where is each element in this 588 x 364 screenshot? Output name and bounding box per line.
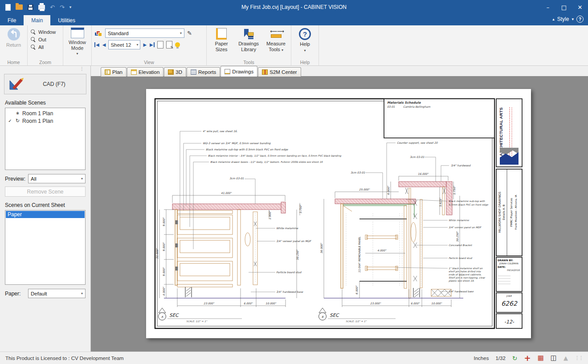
- drawings-icon: [225, 69, 230, 74]
- group-label-tools: Tools: [207, 60, 291, 65]
- svg-text:3/4" hardwood base: 3/4" hardwood base: [449, 290, 474, 293]
- open-file-icon[interactable]: [16, 4, 23, 10]
- date-label: DATE:: [498, 266, 506, 268]
- tab-plan[interactable]: Plan: [101, 67, 127, 77]
- preview-caret-icon: ▾: [81, 177, 83, 181]
- drawings-library-icon: [242, 28, 255, 40]
- first-sheet-button[interactable]: ◀: [94, 42, 99, 47]
- remove-scene-button[interactable]: Remove Scene: [5, 186, 86, 197]
- panel-grip-icon[interactable]: ⋮: [0, 66, 90, 71]
- svg-text:Particle board stud: Particle board stud: [276, 271, 302, 274]
- tab-main[interactable]: Main: [24, 15, 50, 25]
- resize-grip-icon[interactable]: ⋮⋮: [575, 356, 583, 360]
- drawing-sheet[interactable]: Materials Schedule 03-01 Cambria Belling…: [146, 89, 531, 338]
- callout: Black melamine interior - 3/4" body, 1/2…: [208, 154, 341, 158]
- tab-drawings[interactable]: Drawings: [220, 66, 257, 77]
- edit-sheet-icon[interactable]: ✎: [166, 41, 172, 49]
- snap-toggle-icon[interactable]: ↻: [512, 355, 518, 361]
- svg-text:SCALE: 1/2" = 1": SCALE: 1/2" = 1": [186, 320, 208, 323]
- callout: Black melamine drawer boxes - 1/2" body,…: [210, 161, 323, 164]
- svg-text:shelf pin holes drilled into: shelf pin holes drilled into: [449, 270, 481, 273]
- new-sheet-icon[interactable]: [157, 41, 163, 49]
- grid-toggle-icon[interactable]: ▦: [538, 355, 544, 361]
- minimize-button[interactable]: –: [540, 0, 556, 14]
- date-value: 09/14/2018: [507, 269, 520, 271]
- svg-text:Shelf pin is non-tipping, clea: Shelf pin is non-tipping, clear: [449, 276, 486, 279]
- next-sheet-button[interactable]: ▶: [143, 42, 147, 47]
- last-sheet-button[interactable]: ▶: [150, 42, 155, 47]
- svg-text:3/4" hardwood base: 3/4" hardwood base: [276, 290, 304, 293]
- scenes-on-sheet-list[interactable]: Paper: [5, 210, 86, 285]
- svg-text:6.000": 6.000": [355, 285, 358, 295]
- tab-utilities[interactable]: Utilities: [50, 15, 83, 25]
- maximize-button[interactable]: □: [556, 0, 572, 14]
- dims-b: [324, 176, 460, 298]
- paper-select[interactable]: Default ▾: [28, 289, 86, 298]
- materials-name: Cambria Bellingham: [403, 105, 430, 109]
- style-select-caret-icon: ▾: [180, 31, 182, 35]
- drawing-canvas[interactable]: Materials Schedule 03-01 Cambria Belling…: [91, 77, 588, 352]
- callout: 4" wire pull, see sheet 16.: [203, 129, 237, 133]
- svg-text:ends of adjacent cabinets.: ends of adjacent cabinets.: [449, 273, 482, 276]
- previous-sheet-button[interactable]: ◀: [102, 42, 106, 47]
- section-marker-b: B SEC SCALE: 1/2" = 1": [319, 308, 396, 323]
- scene-list-item[interactable]: ∗ Room 1 Plan: [5, 109, 85, 117]
- customize-toolbar-icon[interactable]: ▾: [69, 5, 72, 9]
- brand-logo: [500, 148, 519, 165]
- window-controls: – □ ✕: [540, 0, 588, 14]
- tab-file[interactable]: File: [0, 15, 24, 25]
- paper-sizes-button[interactable]: Paper Sizes: [209, 27, 234, 53]
- units-indicator[interactable]: Inches: [474, 356, 489, 361]
- tab-elevation[interactable]: Elevation: [127, 67, 163, 77]
- preview-select[interactable]: All ▾: [28, 174, 86, 183]
- save-icon[interactable]: [28, 4, 33, 10]
- lightbulb-icon[interactable]: [175, 42, 180, 47]
- help-button[interactable]: ? Help ▾: [296, 27, 314, 53]
- drawing-style-select[interactable]: Standard ▾: [105, 28, 184, 38]
- redo-icon[interactable]: ↷: [60, 4, 65, 11]
- svg-text:25.000": 25.000": [359, 188, 370, 191]
- style-button[interactable]: Style: [557, 16, 569, 22]
- preview-label: Preview:: [5, 176, 28, 182]
- tab-s2m-center[interactable]: S2M Center: [258, 67, 301, 77]
- tab-reports[interactable]: Reports: [187, 67, 220, 77]
- window-mode-button[interactable]: Window Mode ▾: [66, 27, 89, 56]
- scene-list-item[interactable]: ✓ ↻ Room 1 Plan: [5, 117, 85, 125]
- pane-toggle-icon[interactable]: ◫: [551, 355, 557, 361]
- print-icon[interactable]: [38, 5, 45, 10]
- svg-text:Black melamine sub-top with: Black melamine sub-top with: [449, 200, 485, 203]
- svg-text:36.000": 36.000": [320, 243, 323, 254]
- svg-text:6.000": 6.000": [411, 302, 420, 305]
- dims-right: [269, 203, 300, 298]
- client-location: Frank Meadows - Altoona, IA: [514, 195, 517, 230]
- snap-increment[interactable]: 1/32: [495, 356, 505, 361]
- return-button[interactable]: Return: [4, 27, 24, 49]
- close-button[interactable]: ✕: [572, 0, 588, 14]
- undo-icon[interactable]: ↶: [50, 4, 55, 11]
- style-caret-icon[interactable]: ▾: [572, 17, 574, 21]
- svg-text:0.5mm black PVC on front edge: 0.5mm black PVC on front edge: [449, 203, 488, 206]
- edit-style-icon[interactable]: ✎: [187, 30, 192, 36]
- zoom-window-button[interactable]: Window: [30, 29, 56, 35]
- measure-tools-button[interactable]: ⟵⟶ Measure Tools ▾: [263, 27, 289, 53]
- collapse-ribbon-icon[interactable]: ▴: [552, 17, 555, 21]
- group-label-help: Help: [291, 60, 318, 65]
- help-caret-icon: ▾: [304, 49, 306, 53]
- available-scenes-list[interactable]: ∗ Room 1 Plan ✓ ↻ Room 1 Plan: [5, 108, 86, 170]
- svg-text:10.000": 10.000": [431, 302, 442, 305]
- cad-icon: [7, 76, 25, 92]
- zoom-out-button[interactable]: Out: [30, 36, 56, 42]
- crosshair-toggle-icon[interactable]: +: [524, 354, 531, 362]
- drawings-library-button[interactable]: Drawings Library: [234, 27, 263, 53]
- sheet-select[interactable]: Sheet 12 ▾: [108, 40, 140, 49]
- new-file-icon[interactable]: [5, 4, 11, 11]
- help-icon[interactable]: ?: [576, 16, 584, 23]
- ortho-toggle-icon: ▲: [564, 355, 568, 361]
- cad-button[interactable]: CAD (F7): [4, 74, 86, 94]
- ribbon-group-home: Return Home: [0, 25, 28, 65]
- svg-text:3/4" hardwood: 3/4" hardwood: [451, 164, 471, 167]
- sheet-scene-item-selected[interactable]: Paper: [6, 211, 85, 218]
- tab-3d[interactable]: 3D: [164, 67, 186, 77]
- svg-text:White melamine: White melamine: [276, 226, 299, 230]
- zoom-all-button[interactable]: All: [30, 44, 56, 50]
